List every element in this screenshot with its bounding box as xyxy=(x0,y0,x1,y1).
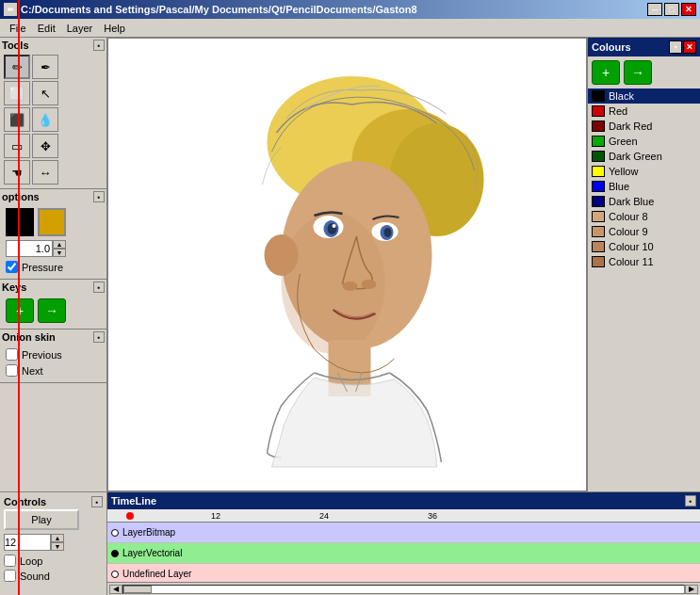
frame-down-btn[interactable]: ▼ xyxy=(51,542,64,551)
timeline-tracks: LayerBitmap LayerVectorial Und xyxy=(107,523,700,582)
tools-float-btn[interactable]: ▪ xyxy=(93,40,105,51)
onion-float-btn[interactable]: ▪ xyxy=(93,331,105,343)
primary-color-box[interactable] xyxy=(6,208,34,236)
color-item[interactable]: Colour 9 xyxy=(588,224,700,239)
tool-hand[interactable]: ☚ xyxy=(4,160,30,185)
maximize-button[interactable]: □ xyxy=(664,3,679,16)
color-item[interactable]: Black xyxy=(588,88,700,104)
colors-restore-btn[interactable]: ▪ xyxy=(669,40,682,54)
bottom-panel: Controls ▪ Play 12 ▲ ▼ Loop Sound xyxy=(0,491,700,595)
ruler-mark-24: 24 xyxy=(319,511,329,521)
track-bitmap[interactable]: LayerBitmap xyxy=(107,523,700,543)
timeline-float-btn[interactable]: ▪ xyxy=(685,495,696,507)
onion-section: Onion skin ▪ Previous Next xyxy=(0,330,106,383)
colors-header: Colours ▪ ✕ xyxy=(588,38,700,56)
color-name: Colour 10 xyxy=(609,241,654,252)
key-remove-btn[interactable]: → xyxy=(38,298,66,323)
color-item[interactable]: Colour 8 xyxy=(588,209,700,224)
color-item[interactable]: Yellow xyxy=(588,164,700,179)
color-swatch xyxy=(592,136,605,147)
size-up-btn[interactable]: ▲ xyxy=(53,240,66,249)
color-item[interactable]: Blue xyxy=(588,179,700,194)
color-list: BlackRedDark RedGreenDark GreenYellowBlu… xyxy=(588,88,700,491)
color-swatch xyxy=(592,121,605,132)
size-down-btn[interactable]: ▼ xyxy=(53,249,66,257)
svg-point-16 xyxy=(362,280,377,289)
next-label: Next xyxy=(22,365,43,377)
tool-arrow[interactable]: ↖ xyxy=(32,81,58,105)
ruler-needle xyxy=(126,512,134,520)
tool-dropper[interactable]: 💧 xyxy=(32,107,58,132)
titlebar: ✏ C:/Documents and Settings/Pascal/My Do… xyxy=(0,0,700,19)
tool-select[interactable]: ⬜ xyxy=(4,81,30,105)
color-add-btn[interactable]: + xyxy=(592,60,620,85)
colors-close-btn[interactable]: ✕ xyxy=(683,40,696,54)
app-icon: ✏ xyxy=(4,3,17,16)
keys-float-btn[interactable]: ▪ xyxy=(93,281,105,293)
previous-checkbox[interactable] xyxy=(6,348,18,361)
tool-transform[interactable]: ✥ xyxy=(32,134,58,158)
color-name: Colour 11 xyxy=(609,256,654,267)
size-input[interactable]: 1.0 xyxy=(6,240,53,257)
color-item[interactable]: Colour 11 xyxy=(588,254,700,269)
sound-checkbox[interactable] xyxy=(4,570,16,582)
tool-flip[interactable]: ↔ xyxy=(32,160,58,185)
color-name: Dark Blue xyxy=(609,196,654,207)
controls-bottom: Controls ▪ Play 12 ▲ ▼ Loop Sound xyxy=(0,492,107,595)
key-add-btn[interactable]: + xyxy=(6,298,34,323)
color-item[interactable]: Dark Red xyxy=(588,119,700,134)
close-button[interactable]: ✕ xyxy=(681,3,696,16)
timeline-ruler: 12 24 36 xyxy=(107,509,700,523)
loop-checkbox[interactable] xyxy=(4,555,16,567)
frame-up-btn[interactable]: ▲ xyxy=(51,534,64,542)
keys-label: Keys xyxy=(2,281,26,293)
pressure-checkbox[interactable] xyxy=(6,261,18,273)
color-name: Green xyxy=(609,136,638,147)
timeline-label: TimeLine xyxy=(111,495,156,507)
color-item[interactable]: Dark Blue xyxy=(588,194,700,209)
timeline-scrollbar: ◀ ▶ xyxy=(107,582,700,595)
color-swatch xyxy=(592,105,605,117)
tool-rect[interactable]: ▭ xyxy=(4,134,30,158)
color-swatch xyxy=(592,211,605,222)
color-swatch xyxy=(592,196,605,207)
track-circle-bitmap xyxy=(111,529,119,537)
canvas-area[interactable] xyxy=(107,38,587,491)
menu-layer[interactable]: Layer xyxy=(61,21,99,36)
color-item[interactable]: Colour 10 xyxy=(588,239,700,254)
play-button[interactable]: Play xyxy=(4,509,79,530)
tool-pencil[interactable]: ✏ xyxy=(4,55,30,79)
scrollbar-thumb[interactable] xyxy=(123,586,152,593)
next-checkbox[interactable] xyxy=(6,364,18,377)
minimize-button[interactable]: ─ xyxy=(647,3,662,16)
colors-label: Colours xyxy=(592,41,631,53)
svg-point-14 xyxy=(384,228,392,237)
color-boxes xyxy=(6,208,101,236)
secondary-color-box[interactable] xyxy=(38,208,66,236)
color-item[interactable]: Dark Green xyxy=(588,149,700,164)
controls-float-btn[interactable]: ▪ xyxy=(91,496,103,507)
tool-eraser[interactable]: ⬛ xyxy=(4,107,30,132)
color-name: Dark Red xyxy=(609,121,652,132)
frame-spin-btns: ▲ ▼ xyxy=(51,534,64,551)
scroll-left-btn[interactable]: ◀ xyxy=(109,585,122,594)
color-swatch xyxy=(592,151,605,162)
color-swatch xyxy=(592,226,605,237)
tool-pen[interactable]: ✒ xyxy=(32,55,58,79)
menu-help[interactable]: Help xyxy=(98,21,131,36)
color-name: Yellow xyxy=(609,166,638,177)
frame-input[interactable]: 12 xyxy=(4,534,51,551)
track-undefined[interactable]: Undefined Layer xyxy=(107,564,700,582)
tools-label: Tools xyxy=(2,40,29,51)
color-dup-btn[interactable]: → xyxy=(624,60,652,85)
sound-label: Sound xyxy=(20,571,50,582)
color-item[interactable]: Red xyxy=(588,104,700,119)
menubar: File Edit Layer Help xyxy=(0,19,700,38)
color-name: Blue xyxy=(609,181,629,192)
menu-edit[interactable]: Edit xyxy=(32,21,61,36)
scroll-right-btn[interactable]: ▶ xyxy=(685,585,698,594)
scrollbar-track[interactable] xyxy=(122,585,685,594)
color-item[interactable]: Green xyxy=(588,134,700,149)
options-float-btn[interactable]: ▪ xyxy=(93,191,105,202)
track-vector[interactable]: LayerVectorial xyxy=(107,543,700,564)
